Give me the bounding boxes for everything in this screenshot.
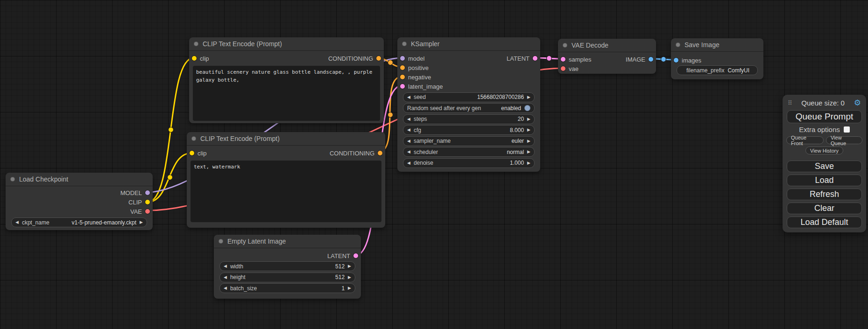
link-midpoint-dot[interactable] [168, 175, 173, 180]
port-latent-output[interactable] [533, 56, 537, 61]
queue-prompt-button[interactable]: Queue Prompt [787, 110, 862, 123]
widget-value[interactable]: ComfyUI [727, 67, 749, 74]
increment-icon[interactable]: ▶ [348, 286, 351, 290]
decrement-icon[interactable]: ◀ [15, 220, 19, 224]
toggle-icon[interactable] [524, 105, 530, 111]
link-midpoint-dot[interactable] [388, 112, 393, 118]
denoise-widget[interactable]: ◀ denoise 1.000 ▶ [403, 158, 535, 168]
refresh-button[interactable]: Refresh [787, 189, 862, 200]
queue-front-button[interactable]: Queue Front [786, 136, 824, 144]
node-vae-decode[interactable]: VAE Decode samples IMAGE vae [558, 39, 656, 74]
widget-value[interactable]: 512 [335, 263, 345, 270]
decrement-icon[interactable]: ◀ [407, 139, 410, 143]
widget-value[interactable]: 1.000 [510, 160, 524, 166]
node-empty-latent-image[interactable]: Empty Latent Image LATENT ◀ width 512 ▶ … [214, 235, 361, 299]
collapse-dot-icon[interactable] [402, 42, 407, 46]
collapse-dot-icon[interactable] [676, 42, 680, 47]
port-vae-output[interactable] [145, 209, 150, 214]
port-clip-input[interactable] [192, 56, 197, 61]
increment-icon[interactable]: ▶ [527, 139, 530, 143]
widget-value[interactable]: v1-5-pruned-emaonly.ckpt [72, 219, 137, 226]
node-header[interactable]: CLIP Text Encode (Prompt) [187, 132, 385, 146]
collapse-dot-icon[interactable] [219, 239, 223, 244]
port-latent-output[interactable] [353, 253, 358, 258]
port-model-input[interactable] [400, 56, 405, 61]
decrement-icon[interactable]: ◀ [407, 150, 410, 154]
clear-button[interactable]: Clear [787, 203, 862, 214]
widget-value[interactable]: normal [507, 149, 524, 155]
settings-gear-icon[interactable]: ⚙ [854, 99, 861, 107]
node-header[interactable]: Save Image [671, 38, 763, 52]
queue-panel[interactable]: ⠿ Queue size: 0 ⚙ Queue Prompt Extra opt… [783, 95, 866, 232]
collapse-dot-icon[interactable] [563, 43, 567, 48]
node-save-image[interactable]: Save Image images filename_prefix ComfyU… [671, 38, 763, 79]
width-widget[interactable]: ◀ width 512 ▶ [219, 261, 355, 271]
node-header[interactable]: VAE Decode [558, 39, 656, 52]
widget-value[interactable]: 1 [341, 285, 345, 292]
drag-handle-icon[interactable]: ⠿ [788, 100, 792, 106]
link-midpoint-dot[interactable] [547, 56, 552, 61]
extra-options-checkbox[interactable] [844, 126, 850, 133]
load-button[interactable]: Load [787, 175, 862, 186]
link-midpoint-dot[interactable] [388, 60, 393, 65]
cfg-widget[interactable]: ◀ cfg 8.000 ▶ [403, 125, 535, 135]
decrement-icon[interactable]: ◀ [224, 286, 227, 290]
widget-value[interactable]: euler [511, 138, 524, 144]
random-seed-widget[interactable]: Random seed after every gen enabled [403, 103, 535, 113]
widget-value[interactable]: enabled [501, 105, 521, 112]
decrement-icon[interactable]: ◀ [224, 264, 227, 268]
decrement-icon[interactable]: ◀ [407, 117, 410, 121]
view-history-button[interactable]: View History [805, 147, 843, 154]
increment-icon[interactable]: ▶ [348, 275, 351, 280]
port-conditioning-output[interactable] [376, 56, 381, 61]
port-clip-input[interactable] [190, 151, 194, 155]
prompt-textarea[interactable]: text, watermark [191, 161, 381, 222]
node-header[interactable]: KSampler [397, 37, 540, 51]
link-midpoint-dot[interactable] [661, 57, 666, 62]
port-positive-input[interactable] [400, 65, 405, 70]
port-conditioning-output[interactable] [378, 151, 382, 155]
collapse-dot-icon[interactable] [191, 136, 196, 141]
collapse-dot-icon[interactable] [194, 42, 198, 46]
port-images-input[interactable] [674, 58, 678, 63]
port-negative-input[interactable] [400, 75, 405, 79]
increment-icon[interactable]: ▶ [527, 95, 530, 99]
increment-icon[interactable]: ▶ [527, 150, 530, 154]
widget-value[interactable]: 20 [518, 116, 524, 122]
widget-value[interactable]: 156680208700286 [477, 94, 524, 100]
increment-icon[interactable]: ▶ [140, 220, 143, 224]
batch-size-widget[interactable]: ◀ batch_size 1 ▶ [219, 283, 355, 293]
port-vae-input[interactable] [561, 66, 565, 71]
load-default-button[interactable]: Load Default [787, 217, 862, 228]
graph-canvas[interactable]: { "colors": { "model": "#B39DDB", "clip"… [0, 0, 868, 329]
decrement-icon[interactable]: ◀ [407, 95, 410, 99]
scheduler-widget[interactable]: ◀ scheduler normal ▶ [403, 147, 535, 157]
height-widget[interactable]: ◀ height 512 ▶ [219, 273, 355, 282]
node-load-checkpoint[interactable]: Load Checkpoint MODEL CLIP VAE ◀ ckpt_na… [6, 173, 153, 230]
increment-icon[interactable]: ▶ [527, 128, 530, 132]
decrement-icon[interactable]: ◀ [407, 161, 410, 165]
port-image-output[interactable] [649, 57, 653, 62]
increment-icon[interactable]: ▶ [527, 117, 530, 121]
save-button[interactable]: Save [787, 161, 862, 172]
node-ksampler[interactable]: KSampler model LATENT positive negative … [397, 37, 540, 172]
ckpt-name-widget[interactable]: ◀ ckpt_name v1-5-pruned-emaonly.ckpt ▶ [11, 217, 147, 227]
sampler-name-widget[interactable]: ◀ sampler_name euler ▶ [403, 136, 535, 146]
seed-widget[interactable]: ◀ seed 156680208700286 ▶ [403, 92, 535, 102]
node-header[interactable]: Load Checkpoint [6, 173, 153, 186]
widget-value[interactable]: 8.000 [510, 127, 524, 133]
increment-icon[interactable]: ▶ [348, 264, 351, 268]
collapse-dot-icon[interactable] [10, 177, 15, 182]
port-clip-output[interactable] [145, 200, 150, 204]
steps-widget[interactable]: ◀ steps 20 ▶ [403, 114, 535, 124]
node-header[interactable]: CLIP Text Encode (Prompt) [189, 37, 384, 51]
node-clip-text-encode-negative[interactable]: CLIP Text Encode (Prompt) clip CONDITION… [187, 132, 385, 228]
prompt-textarea[interactable]: beautiful scenery nature glass bottle la… [193, 66, 380, 121]
decrement-icon[interactable]: ◀ [224, 275, 227, 280]
link-midpoint-dot[interactable] [169, 127, 174, 133]
port-samples-input[interactable] [561, 57, 565, 62]
port-model-output[interactable] [145, 190, 150, 195]
node-header[interactable]: Empty Latent Image [214, 235, 361, 248]
increment-icon[interactable]: ▶ [527, 161, 530, 165]
node-clip-text-encode-positive[interactable]: CLIP Text Encode (Prompt) clip CONDITION… [189, 37, 384, 123]
